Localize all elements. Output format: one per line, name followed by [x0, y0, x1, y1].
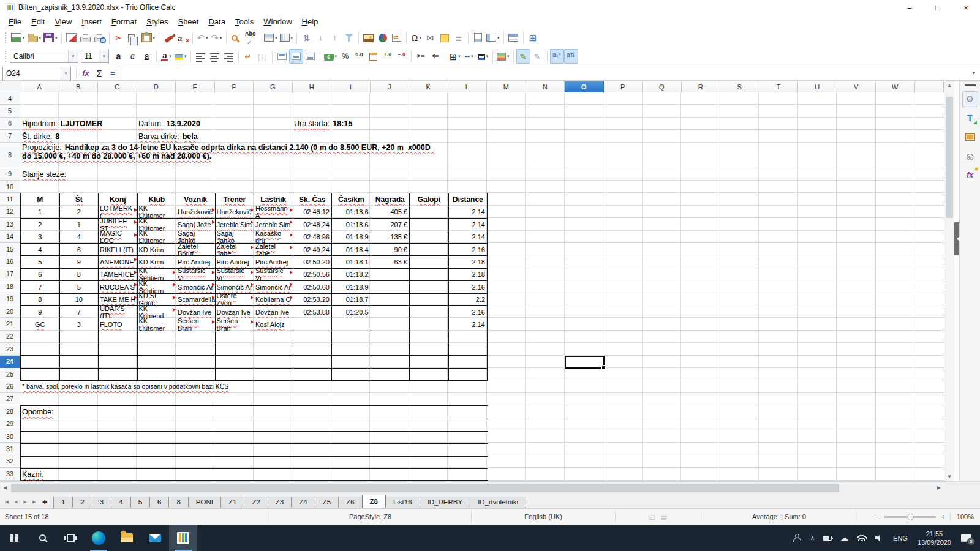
- border-style-button[interactable]: ╍▾: [462, 49, 476, 64]
- split-window-button[interactable]: [507, 31, 521, 45]
- freeze-rows-and-columns-button[interactable]: ▾: [485, 31, 501, 45]
- sidebar-collapse-handle[interactable]: [954, 222, 959, 255]
- name-box[interactable]: O24 ▾: [2, 67, 71, 80]
- find-and-replace-button[interactable]: [229, 31, 243, 45]
- insert-comment-button[interactable]: [437, 31, 451, 45]
- taskbar-file-explorer-button[interactable]: [113, 525, 141, 551]
- toolbar-grip[interactable]: [5, 32, 7, 43]
- row-header-20[interactable]: 20: [0, 305, 20, 318]
- tray-network-button[interactable]: [853, 525, 871, 551]
- task-view-button[interactable]: [56, 525, 85, 551]
- row-header-30[interactable]: 30: [0, 430, 20, 443]
- insert-image-button[interactable]: [361, 31, 375, 45]
- clone-formatting-button[interactable]: [162, 31, 176, 45]
- text-direction-left-to-right-button[interactable]: a⇄: [550, 49, 564, 64]
- page-style-status[interactable]: PageStyle_Z8: [270, 511, 472, 522]
- tray-clock[interactable]: 21:55 13/09/2020: [912, 525, 957, 551]
- paste-button[interactable]: ▾: [140, 31, 157, 45]
- menu-data[interactable]: Data: [203, 16, 230, 28]
- row-header-5[interactable]: 5: [0, 105, 20, 117]
- tray-overflow-button[interactable]: ∧: [806, 525, 819, 551]
- row-header-28[interactable]: 28: [0, 405, 20, 418]
- spelling-button[interactable]: Abc: [243, 31, 257, 45]
- sheet-nav-previous-button[interactable]: ◀: [11, 496, 20, 508]
- chevron-down-icon[interactable]: ▾: [68, 50, 78, 62]
- tray-language-button[interactable]: ENG: [889, 525, 912, 551]
- conditional-formatting-button[interactable]: ▾: [496, 49, 511, 64]
- menu-sheet[interactable]: Sheet: [173, 16, 203, 28]
- zoom-slider-knob[interactable]: [908, 514, 913, 520]
- insert-special-character-button[interactable]: Ω▾: [409, 31, 423, 45]
- chevron-down-icon[interactable]: ▾: [61, 67, 70, 80]
- vertical-scroll-thumb[interactable]: [946, 97, 953, 218]
- sheet-tab-Z5[interactable]: Z5: [315, 497, 339, 508]
- sheet-nav-first-button[interactable]: |◀: [2, 496, 11, 508]
- function-wizard-button[interactable]: fx: [79, 69, 92, 78]
- menu-tools[interactable]: Tools: [230, 16, 258, 28]
- start-button[interactable]: [0, 525, 28, 551]
- sheet-tab-List16[interactable]: List16: [385, 497, 420, 508]
- chevron-down-icon[interactable]: ▾: [99, 50, 108, 62]
- row-header-9[interactable]: 9: [0, 168, 20, 181]
- sidebar-gallery-button[interactable]: [962, 129, 978, 145]
- column-header-E[interactable]: E: [176, 81, 215, 92]
- column-header-T[interactable]: T: [760, 81, 799, 92]
- horizontal-scroll-thumb[interactable]: [11, 484, 839, 492]
- define-print-area-button[interactable]: [471, 31, 485, 45]
- font-color-button[interactable]: a▾: [159, 49, 173, 64]
- add-decimal-place-button[interactable]: +.0: [380, 49, 394, 64]
- row-header-8[interactable]: 8: [0, 143, 20, 168]
- new-document-button[interactable]: ▾: [10, 31, 26, 45]
- merge-cells-button[interactable]: ◫: [255, 49, 270, 64]
- menu-format[interactable]: Format: [107, 16, 141, 28]
- print-button[interactable]: [78, 31, 92, 45]
- format-as-date-button[interactable]: [366, 49, 380, 64]
- column-header-W[interactable]: W: [876, 81, 915, 92]
- menu-view[interactable]: View: [50, 16, 77, 28]
- sheet-tab-ID_DERBY[interactable]: ID_DERBY: [420, 497, 471, 508]
- selection-summary-status[interactable]: Average: ; Sum: 0: [701, 511, 858, 522]
- tray-battery-button[interactable]: [819, 525, 836, 551]
- column-header-C[interactable]: C: [98, 81, 137, 92]
- format-as-percent-button[interactable]: %: [338, 49, 352, 64]
- zoom-in-button[interactable]: +: [941, 513, 944, 520]
- column-header-R[interactable]: R: [682, 81, 721, 92]
- insert-hyperlink-button[interactable]: ⋈: [423, 31, 437, 45]
- scroll-right-button[interactable]: ▶: [933, 482, 944, 493]
- row-header-4[interactable]: 4: [0, 92, 20, 105]
- clear-formatting-button[interactable]: [176, 31, 190, 45]
- wrap-text-button[interactable]: ↵: [241, 49, 255, 64]
- taskbar-search-button[interactable]: [28, 525, 56, 551]
- sheet-tab-Z1[interactable]: Z1: [221, 497, 244, 508]
- undo-button[interactable]: ↶▾: [195, 31, 209, 45]
- sort-descending-button[interactable]: ↓: [314, 31, 328, 45]
- tray-notifications-button[interactable]: 3: [957, 525, 980, 551]
- column-header-V[interactable]: V: [837, 81, 876, 92]
- sidebar-properties-button[interactable]: ⚙: [962, 91, 978, 107]
- tray-people-button[interactable]: [789, 525, 806, 551]
- row-header-27[interactable]: 27: [0, 393, 20, 405]
- column-header-A[interactable]: A: [20, 81, 59, 92]
- column-header-D[interactable]: D: [137, 81, 176, 92]
- underline-button[interactable]: a: [140, 49, 154, 64]
- format-as-currency-button[interactable]: €▾: [323, 49, 339, 64]
- sheet-tab-2[interactable]: 2: [72, 497, 92, 508]
- autofilter-button[interactable]: [342, 31, 356, 45]
- columns-button[interactable]: ▾: [279, 31, 295, 45]
- headers-and-footers-button[interactable]: ≣: [451, 31, 466, 45]
- expand-formula-bar-button[interactable]: ▾: [969, 70, 979, 76]
- align-right-button[interactable]: [222, 49, 236, 64]
- sidebar-navigator-button[interactable]: ◎: [962, 148, 978, 164]
- highlighting-color-button[interactable]: ▾: [173, 49, 188, 64]
- row-header-10[interactable]: 10: [0, 181, 20, 193]
- align-left-button[interactable]: [194, 49, 208, 64]
- scroll-up-button[interactable]: ▲: [944, 81, 954, 90]
- selection-mode-icon[interactable]: ◰: [649, 514, 655, 520]
- sheet-tab-Z6[interactable]: Z6: [338, 497, 362, 508]
- close-button[interactable]: ×: [952, 0, 980, 15]
- text-direction-top-to-bottom-button[interactable]: a⇅: [564, 49, 578, 64]
- format-as-number-button[interactable]: 0.0: [352, 49, 366, 64]
- save-button[interactable]: ▾: [42, 31, 59, 45]
- sheet-tab-1[interactable]: 1: [53, 497, 73, 508]
- row-header-23[interactable]: 23: [0, 343, 20, 355]
